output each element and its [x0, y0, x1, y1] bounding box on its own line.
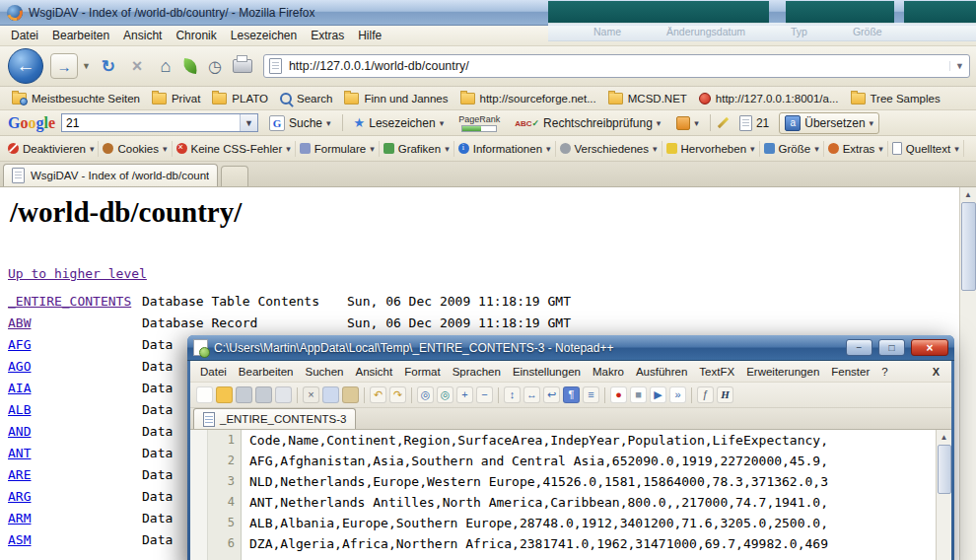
toolbar-separator[interactable] [297, 387, 298, 403]
menu-item[interactable]: Einstellungen [507, 364, 587, 380]
menu-item[interactable]: Extras [304, 27, 351, 44]
bookmark-item[interactable]: Privat [146, 91, 206, 106]
find-icon[interactable]: ◎ [417, 386, 434, 403]
menu-item[interactable]: Hilfe [351, 27, 388, 44]
highlight-pen-icon[interactable] [718, 117, 729, 128]
record-macro-icon[interactable]: ● [610, 386, 627, 403]
menu-item[interactable]: Datei [194, 364, 233, 380]
scroll-up-icon[interactable]: ▲ [941, 430, 948, 445]
line-text[interactable]: Code,Name,Continent,Region,SurfaceArea,I… [242, 430, 828, 451]
history-dropdown-icon[interactable]: ▼ [82, 61, 91, 71]
url-dropdown-icon[interactable]: ▼ [949, 61, 964, 71]
minimize-button[interactable]: − [846, 339, 872, 356]
google-search-box[interactable]: ▼ [61, 113, 258, 132]
print-button[interactable] [233, 59, 252, 73]
webdev-menu-item[interactable]: Deaktivieren ▾ [4, 141, 99, 157]
menu-item[interactable]: Bearbeiten [233, 364, 300, 380]
sage-feed-icon[interactable] [182, 58, 198, 74]
menu-item[interactable]: Bearbeiten [45, 27, 116, 44]
up-link[interactable]: Up to higher level [8, 266, 147, 281]
bookmark-item[interactable]: http://127.0.0.1:8001/a... [693, 91, 845, 106]
back-button[interactable]: ← [8, 48, 43, 84]
bookmark-item[interactable]: PLATO [206, 91, 274, 106]
bookmark-item[interactable]: Meistbesuchte Seiten [6, 91, 146, 106]
menu-item[interactable]: Erweiterungen [740, 364, 825, 380]
indent-guide-icon[interactable]: ≡ [583, 386, 599, 403]
entry-link[interactable]: AND [8, 424, 31, 439]
run-multiple-icon[interactable]: » [669, 386, 686, 403]
entry-link[interactable]: ABW [8, 315, 31, 330]
open-folder-icon[interactable] [216, 386, 233, 403]
maximize-button[interactable]: □ [878, 339, 905, 356]
doc-close-x[interactable]: X [925, 366, 947, 378]
toolbar-separator[interactable] [498, 387, 499, 403]
webdev-menu-item[interactable]: Grafiken ▾ [380, 141, 454, 157]
menu-item[interactable]: Ansicht [116, 27, 169, 44]
menu-item[interactable]: Suchen [299, 364, 349, 380]
menu-item[interactable]: Format [398, 364, 446, 380]
webdev-menu-item[interactable]: Informationen ▾ [454, 141, 556, 157]
save-all-icon[interactable] [255, 386, 272, 403]
webdev-menu-item[interactable]: Extras ▾ [824, 141, 888, 157]
sync-horizontal-icon[interactable]: ↔ [523, 386, 540, 403]
entry-link[interactable]: ARG [8, 489, 31, 504]
menu-item[interactable]: Datei [4, 27, 45, 44]
forward-button[interactable]: → [50, 53, 78, 79]
menu-item[interactable]: Makro [587, 364, 630, 380]
new-tab-stub[interactable] [221, 166, 248, 186]
webdev-menu-item[interactable]: Keine CSS-Fehler ▾ [173, 141, 296, 157]
entry-link[interactable]: ANT [8, 446, 31, 460]
pagerank-indicator[interactable]: PageRank [454, 114, 504, 132]
google-search-button[interactable]: G Suche ▾ [264, 113, 336, 133]
menu-item[interactable]: Sprachen [447, 364, 507, 380]
menu-item[interactable]: ? [875, 364, 893, 380]
line-text[interactable]: AFG,Afghanistan,Asia,Southern and Centra… [242, 451, 828, 471]
stop-button[interactable]: × [126, 55, 148, 77]
bookmark-item[interactable]: MCSD.NET [602, 91, 693, 106]
entry-link[interactable]: AGO [8, 359, 31, 374]
zoom-out-icon[interactable]: − [476, 386, 493, 403]
play-macro-icon[interactable]: ▶ [650, 386, 666, 403]
html-preview-icon[interactable]: H [717, 386, 733, 403]
google-search-input[interactable] [62, 116, 240, 130]
menu-item[interactable]: Chronik [169, 27, 223, 44]
bookmark-item[interactable]: Search [274, 91, 338, 106]
editor-scrollbar[interactable]: ▲ [936, 430, 951, 560]
google-logo[interactable]: Google [8, 114, 55, 132]
function-list-icon[interactable]: ƒ [697, 386, 714, 403]
webdev-menu-item[interactable]: Hervorheben ▾ [662, 141, 760, 157]
webdev-menu-item[interactable]: Cookies ▾ [99, 141, 172, 157]
history-clock-icon[interactable]: ◷ [204, 55, 226, 77]
webdev-menu-item[interactable]: Größe ▾ [760, 141, 824, 157]
url-input[interactable] [287, 58, 944, 74]
reload-button[interactable]: ↻ [98, 55, 119, 77]
toolbar-separator[interactable] [411, 387, 412, 403]
line-text[interactable]: NLD,Netherlands,Europe,Western Europe,41… [242, 471, 828, 492]
url-bar[interactable]: ▼ [263, 54, 970, 78]
toolbar-separator[interactable] [604, 387, 605, 403]
webdev-menu-item[interactable]: Verschiedenes ▾ [556, 141, 662, 157]
autofill-button[interactable]: ▾ [671, 114, 704, 132]
menu-item[interactable]: Lesezeichen [224, 27, 304, 44]
scrollbar-thumb[interactable] [961, 202, 976, 291]
notepadpp-titlebar[interactable]: C:\Users\Martin\AppData\Local\Temp\_ENTI… [187, 335, 954, 361]
entry-link[interactable]: ARE [8, 467, 31, 482]
menu-item[interactable]: Fenster [825, 364, 875, 380]
line-text[interactable]: ALB,Albania,Europe,Southern Europe,28748… [242, 513, 828, 533]
undo-icon[interactable]: ↶ [370, 386, 386, 403]
show-all-chars-icon[interactable]: ¶ [563, 386, 580, 403]
google-bookmarks-button[interactable]: ★ Lesezeichen ▾ [349, 113, 450, 132]
redo-icon[interactable]: ↷ [389, 386, 406, 403]
sync-vertical-icon[interactable]: ↕ [504, 386, 521, 403]
word-wrap-icon[interactable]: ↩ [543, 386, 560, 403]
save-icon[interactable] [236, 386, 252, 403]
entry-link[interactable]: _ENTIRE_CONTENTS [8, 294, 131, 309]
new-file-icon[interactable] [196, 386, 213, 403]
stop-macro-icon[interactable]: ■ [630, 386, 647, 403]
scrollbar-thumb[interactable] [938, 445, 951, 494]
webdev-menu-item[interactable]: Formulare ▾ [296, 141, 380, 157]
editor[interactable]: 1 Code,Name,Continent,Region,SurfaceArea… [190, 430, 951, 560]
page-scrollbar[interactable]: ▲ [959, 187, 976, 560]
home-button[interactable]: ⌂ [155, 55, 176, 77]
webdev-menu-item[interactable]: Quelltext ▾ [888, 140, 964, 157]
